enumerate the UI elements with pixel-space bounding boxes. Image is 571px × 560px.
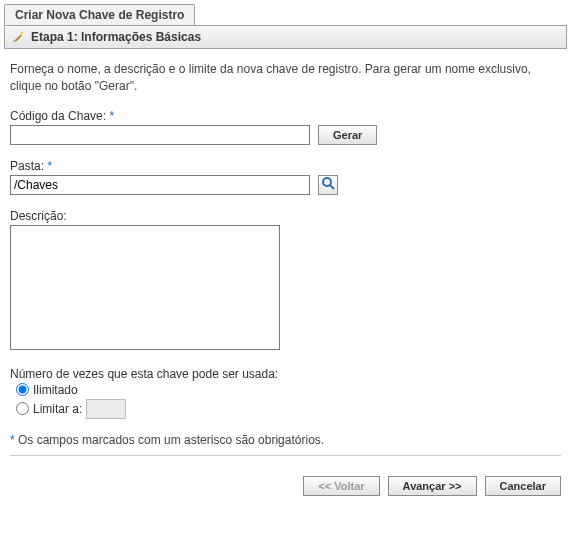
folder-label: Pasta: * [10, 159, 561, 173]
required-footnote: * Os campos marcados com um asterisco sã… [10, 433, 561, 447]
wizard-icon [11, 30, 25, 44]
svg-line-4 [330, 185, 334, 189]
code-label: Código da Chave: * [10, 109, 561, 123]
cancel-button[interactable]: Cancelar [485, 476, 561, 496]
step-bar: Etapa 1: Informações Básicas [4, 25, 567, 49]
svg-point-1 [21, 32, 23, 34]
back-button: << Voltar [303, 476, 379, 496]
tab-create-key[interactable]: Criar Nova Chave de Registro [4, 4, 195, 25]
svg-rect-0 [14, 34, 22, 42]
generate-button[interactable]: Gerar [318, 125, 377, 145]
intro-text: Forneça o nome, a descrição e o limite d… [10, 61, 561, 95]
radio-unlimited[interactable] [16, 383, 29, 396]
folder-input[interactable] [10, 175, 310, 195]
next-button[interactable]: Avançar >> [388, 476, 477, 496]
usage-label: Número de vezes que esta chave pode ser … [10, 367, 561, 381]
radio-limit-label: Limitar a: [33, 402, 82, 416]
footer-buttons: << Voltar Avançar >> Cancelar [0, 476, 571, 506]
code-input[interactable] [10, 125, 310, 145]
radio-unlimited-label: Ilimitado [33, 383, 78, 397]
divider [10, 455, 561, 456]
desc-label: Descrição: [10, 209, 561, 223]
description-textarea[interactable] [10, 225, 280, 350]
browse-folder-button[interactable] [318, 175, 338, 195]
required-marker: * [47, 159, 52, 173]
step-title: Etapa 1: Informações Básicas [31, 30, 201, 44]
required-marker: * [109, 109, 114, 123]
radio-limit[interactable] [16, 402, 29, 415]
limit-input[interactable] [86, 399, 126, 419]
search-icon [321, 176, 335, 193]
tab-label: Criar Nova Chave de Registro [15, 8, 184, 22]
svg-point-2 [13, 40, 15, 42]
